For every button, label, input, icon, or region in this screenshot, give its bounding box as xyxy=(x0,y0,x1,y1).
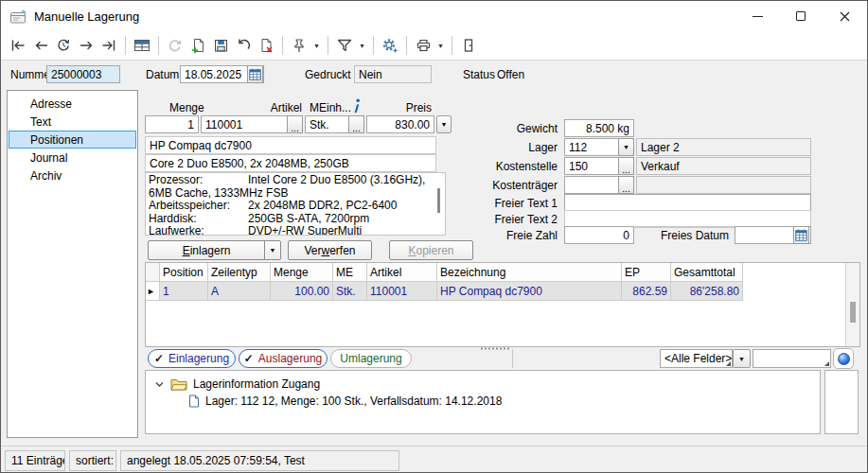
artikel-browse-button[interactable]: ... xyxy=(287,115,303,133)
einlagern-dropdown[interactable]: ▼ xyxy=(264,240,281,260)
splitter-handle[interactable] xyxy=(480,347,510,350)
nav-first-button[interactable] xyxy=(7,33,29,58)
filter-dropdown[interactable]: ▼ xyxy=(356,33,368,58)
nummer-field[interactable]: 25000003 xyxy=(46,65,120,83)
menge-field[interactable]: 1 xyxy=(145,115,199,133)
kostentraeger-label: Kostenträger xyxy=(453,179,558,192)
exit-button[interactable] xyxy=(457,33,480,58)
pin-dropdown[interactable]: ▼ xyxy=(310,33,323,58)
calendar-icon xyxy=(249,68,261,80)
product-variant-field[interactable]: Core 2 Duo E8500, 2x 2048MB, 250GB xyxy=(145,154,436,172)
minimize-button[interactable] xyxy=(735,1,779,31)
table-view-button[interactable] xyxy=(131,33,153,58)
freier-text-1-label: Freier Text 1 xyxy=(453,197,558,210)
table-scrollbar-thumb[interactable] xyxy=(850,302,856,323)
nav-first-icon xyxy=(9,38,27,53)
nav-last-icon xyxy=(100,38,117,53)
preis-dropdown[interactable]: ▼ xyxy=(436,115,452,133)
verwerfen-button[interactable]: Verwerfen xyxy=(288,240,372,260)
nav-next-button[interactable] xyxy=(75,33,97,58)
column-header-gesamttotal[interactable]: Gesamttotal xyxy=(671,263,743,282)
meinh-label: MEinh... xyxy=(310,101,351,114)
umlagerung-toggle[interactable]: Umlagerung xyxy=(330,349,412,368)
spec-line: Laufwerke:DVD+/-RW SuperMulti xyxy=(149,225,432,236)
table-row[interactable]: ► 1 A 100.00 Stk. 110001 HP Compaq dc790… xyxy=(146,282,859,301)
close-button[interactable] xyxy=(823,1,866,31)
column-header-ep[interactable]: EP xyxy=(622,263,671,282)
refresh-icon xyxy=(167,38,184,53)
kopieren-button[interactable]: Kopieren xyxy=(389,240,473,260)
lager-name-field: Lager 2 xyxy=(636,138,811,156)
kostentraeger-name-field xyxy=(636,176,811,194)
column-header-zeilentyp[interactable]: Zeilentyp xyxy=(208,263,271,282)
freie-zahl-field[interactable]: 0 xyxy=(564,226,634,244)
maximize-button[interactable] xyxy=(779,1,823,31)
specs-scrollbar[interactable] xyxy=(434,173,443,235)
column-header-artikel[interactable]: Artikel xyxy=(367,263,437,282)
undo-button[interactable] xyxy=(232,33,255,58)
print-dropdown[interactable]: ▼ xyxy=(434,33,447,58)
filter-search-input[interactable] xyxy=(753,349,831,368)
freies-datum-calendar-button[interactable] xyxy=(793,226,809,244)
column-header-bezeichnung[interactable]: Bezeichnung xyxy=(437,263,622,282)
toolbar-separator xyxy=(328,36,328,55)
table-scrollbar[interactable] xyxy=(845,263,859,346)
sidebar-item-adresse[interactable]: Adresse xyxy=(9,95,136,113)
new-document-button[interactable] xyxy=(186,33,209,58)
storage-info-tree: Lagerinformation Zugang Lager: 112 12, M… xyxy=(145,370,821,434)
row-marker: ► xyxy=(146,282,160,301)
gedruckt-field: Nein xyxy=(354,65,432,83)
umlagerung-label: Umlagerung xyxy=(340,352,401,365)
product-name-field[interactable]: HP Compaq dc7900 xyxy=(145,136,436,154)
close-icon xyxy=(840,11,850,22)
lager-dropdown[interactable]: ▼ xyxy=(618,138,634,156)
folder-icon xyxy=(170,377,187,391)
nav-last-button[interactable] xyxy=(97,33,120,58)
column-header-me[interactable]: ME xyxy=(333,263,367,282)
titlebar: Manuelle Lagerung xyxy=(1,1,867,31)
nav-history-icon xyxy=(55,38,72,53)
pin-button[interactable] xyxy=(288,33,310,58)
cell-artikel: 110001 xyxy=(367,282,437,301)
cell-me: Stk. xyxy=(333,282,367,301)
exit-door-icon xyxy=(461,38,476,53)
toolbar: ▼ ▼ ▼ xyxy=(1,31,867,61)
sidebar-item-positionen[interactable]: Positionen xyxy=(9,131,136,149)
new-document-icon xyxy=(190,38,206,54)
filter-field-selector[interactable]: <Alle Felder> xyxy=(660,349,733,368)
cell-gesamttotal: 86'258.80 xyxy=(671,282,743,301)
gewicht-field[interactable]: 8.500 kg xyxy=(564,119,634,137)
sidebar-item-text[interactable]: Text xyxy=(9,113,136,131)
tree-root-row[interactable]: Lagerinformation Zugang xyxy=(154,376,820,393)
refresh-button[interactable] xyxy=(164,33,186,58)
tree-child-row[interactable]: Lager: 112 12, Menge: 100 Stk., Verfalls… xyxy=(188,393,820,410)
auslagerung-toggle[interactable]: ✓ Auslagerung xyxy=(239,349,328,368)
status-bar: 11 Einträge sortiert: angelegt 18.05.202… xyxy=(1,446,867,473)
settings-add-button[interactable] xyxy=(379,33,401,58)
cell-menge: 100.00 xyxy=(271,282,333,301)
nav-history-button[interactable] xyxy=(52,33,75,58)
einlagern-button[interactable]: Einlagern xyxy=(148,240,265,260)
spec-line: Arbeitsspeicher:2x 2048MB DDR2, PC2-6400 xyxy=(149,200,432,213)
filter-icon xyxy=(336,38,353,53)
pin-icon xyxy=(292,38,307,54)
datum-calendar-button[interactable] xyxy=(247,65,263,83)
cell-position: 1 xyxy=(160,282,208,301)
einlagerung-toggle[interactable]: ✓ Einlagerung xyxy=(148,349,236,368)
product-specs[interactable]: Prozessor:Intel Core 2 Duo E8500 (3.16GH… xyxy=(145,172,446,236)
nav-prev-button[interactable] xyxy=(29,33,52,58)
print-button[interactable] xyxy=(412,33,434,58)
sidebar-item-archiv[interactable]: Archiv xyxy=(9,166,136,184)
preis-field[interactable]: 830.00 xyxy=(366,115,434,133)
meinh-browse-button[interactable]: ... xyxy=(348,115,364,133)
filter-button[interactable] xyxy=(333,33,356,58)
column-header-position[interactable]: Position xyxy=(160,263,208,282)
save-button[interactable] xyxy=(209,33,232,58)
delete-document-button[interactable] xyxy=(255,33,277,58)
kostenstelle-browse-button[interactable]: ... xyxy=(618,157,634,175)
filter-go-button[interactable] xyxy=(833,348,854,369)
filter-field-dropdown[interactable]: ▼ xyxy=(733,349,751,368)
column-header-menge[interactable]: Menge xyxy=(271,263,333,282)
kostentraeger-browse-button[interactable]: ... xyxy=(618,176,634,194)
sidebar-item-journal[interactable]: Journal xyxy=(9,149,136,166)
